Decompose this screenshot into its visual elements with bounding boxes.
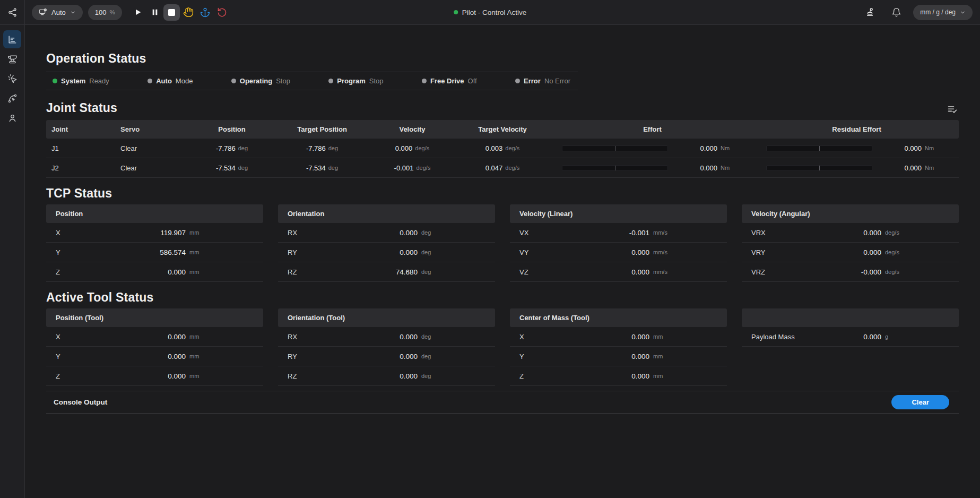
hand-guide-button[interactable] <box>180 4 197 21</box>
robot-pilot-app: Auto 100 % <box>0 0 980 498</box>
user-icon <box>7 113 18 123</box>
value-number: 119.907 <box>60 229 186 237</box>
console-clear-button[interactable]: Clear <box>891 395 949 409</box>
app-logo <box>0 0 25 25</box>
pilot-status-text: Pilot - Control Active <box>462 8 527 16</box>
panel-title: Position <box>46 204 263 223</box>
speed-value: 100 <box>95 8 107 16</box>
cell-residual-effort: 0.000Nm <box>754 144 959 152</box>
value-unit: mm <box>186 353 254 359</box>
panel-title <box>742 308 959 327</box>
col-target-position: Target Position <box>274 125 370 133</box>
value-unit: mm/s <box>649 249 717 255</box>
sidebar-item-path[interactable] <box>3 89 21 107</box>
value-unit: mm <box>649 373 717 379</box>
value-unit: deg <box>418 229 485 236</box>
status-value: Stop <box>369 77 384 85</box>
play-button[interactable] <box>129 4 146 21</box>
value-number: 0.000 <box>524 372 649 380</box>
status-value: Mode <box>176 77 193 85</box>
cell-target-position: -7.534deg <box>274 164 370 172</box>
tool-status-panels: Position (Tool) X 0.000 mm Y 0.000 mm Z … <box>46 308 959 386</box>
pilot-status: Pilot - Control Active <box>454 8 527 16</box>
cell-velocity: 0.000deg/s <box>370 144 455 152</box>
value-row: X 119.907 mm <box>46 223 263 243</box>
robot-tool-button[interactable] <box>862 4 879 21</box>
value-number: 0.000 <box>297 353 418 360</box>
value-number: 0.000 <box>297 229 418 237</box>
panel-rows: X 0.000 mm Y 0.000 mm Z 0.000 mm <box>46 327 263 386</box>
status-label: Operating <box>240 77 272 85</box>
joint-status-table: Joint Servo Position Target Position Vel… <box>46 120 959 178</box>
cell-effort: 0.000Nm <box>550 144 754 152</box>
chevron-down-icon <box>70 10 76 15</box>
list-check-icon <box>947 104 958 115</box>
joint-table-options-button[interactable] <box>946 103 959 116</box>
value-label: VZ <box>519 268 528 276</box>
residual-effort-gauge <box>766 165 872 171</box>
value-unit: deg <box>418 249 485 255</box>
cell-servo: Clear <box>120 164 189 172</box>
value-row: RY 0.000 deg <box>278 347 495 366</box>
value-label: VRY <box>751 248 766 256</box>
value-number: 0.000 <box>297 248 418 256</box>
value-row: VRY 0.000 deg/s <box>742 243 959 262</box>
units-select[interactable]: mm / g / deg <box>913 5 973 20</box>
value-row: RX 0.000 deg <box>278 223 495 243</box>
status-dot <box>148 79 152 83</box>
speed-control[interactable]: 100 % <box>88 5 122 20</box>
app-logo-icon <box>7 7 18 18</box>
mode-select-value: Auto <box>51 8 66 16</box>
col-servo: Servo <box>120 125 189 133</box>
operation-status-block: System Ready Auto Mode Operating Stop Pr… <box>46 72 578 90</box>
status-label: Auto <box>156 77 172 85</box>
notifications-button[interactable] <box>888 4 905 21</box>
sidebar-item-tooling[interactable] <box>3 50 21 68</box>
panel-rows: RX 0.000 deg RY 0.000 deg RZ 74.680 deg <box>278 223 495 282</box>
value-unit: mm/s <box>649 269 717 275</box>
value-unit: mm <box>186 373 254 379</box>
value-number: 0.000 <box>60 353 186 360</box>
status-label: Error <box>524 77 541 85</box>
anchor-button[interactable] <box>197 4 214 21</box>
value-label: X <box>519 333 524 341</box>
value-label: VRZ <box>751 268 765 276</box>
panel-title: Center of Mass (Tool) <box>510 308 727 327</box>
anchor-icon <box>200 7 210 18</box>
joint-table-header: Joint Servo Position Target Position Vel… <box>46 120 959 139</box>
mode-select[interactable]: Auto <box>32 5 83 20</box>
pause-button[interactable] <box>146 4 163 21</box>
status-indicator: Operating Stop <box>231 77 290 85</box>
status-dot <box>515 79 520 83</box>
value-number: 0.000 <box>524 333 649 341</box>
spline-path-icon <box>7 93 18 104</box>
sidebar-item-jog[interactable] <box>3 70 21 88</box>
value-number: 0.000 <box>297 372 418 380</box>
units-select-value: mm / g / deg <box>920 8 956 16</box>
cell-position: -7.534deg <box>189 164 274 172</box>
sidebar-item-status[interactable] <box>3 30 21 48</box>
stop-button[interactable] <box>163 4 180 21</box>
panel-rows: Payload Mass 0.000 g <box>742 327 959 347</box>
value-label: X <box>56 333 60 341</box>
panel-title: Position (Tool) <box>46 308 263 327</box>
value-unit: deg/s <box>881 229 949 236</box>
value-unit: deg <box>418 373 485 379</box>
value-label: RZ <box>288 372 297 380</box>
value-label: RX <box>288 229 297 237</box>
residual-effort-gauge <box>766 145 872 151</box>
status-label: System <box>61 77 85 85</box>
cell-target-position: -7.786deg <box>274 144 370 152</box>
status-indicator: System Ready <box>53 77 109 85</box>
status-value: Ready <box>89 77 109 85</box>
panel-rows: RX 0.000 deg RY 0.000 deg RZ 0.000 deg <box>278 327 495 386</box>
panel-title: Velocity (Angular) <box>742 204 959 223</box>
status-panel: Position X 119.907 mm Y 586.574 mm Z 0.0… <box>46 204 263 282</box>
value-number: 0.000 <box>524 353 649 360</box>
reset-button[interactable] <box>214 4 231 21</box>
cell-target-velocity: 0.003deg/s <box>455 144 550 152</box>
value-label: Payload Mass <box>751 333 795 341</box>
sidebar-item-user[interactable] <box>3 109 21 127</box>
panel-rows: X 0.000 mm Y 0.000 mm Z 0.000 mm <box>510 327 727 386</box>
bar-chart-horizontal-icon <box>7 35 18 45</box>
